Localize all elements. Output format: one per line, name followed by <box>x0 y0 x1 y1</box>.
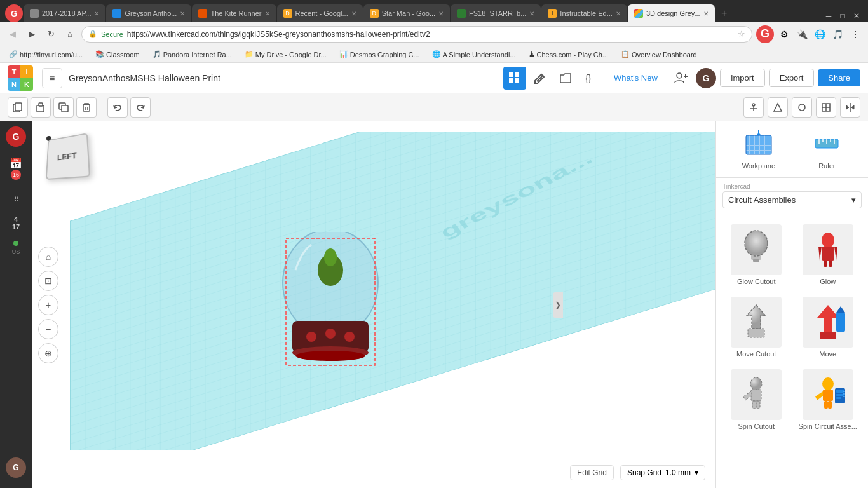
bookmark-classroom[interactable]: 📚 Classroom <box>93 49 142 60</box>
add-user-button[interactable] <box>669 67 692 90</box>
tab-2[interactable]: Greyson Antho... ✕ <box>106 4 191 22</box>
share-button[interactable]: Share <box>818 69 860 86</box>
tab-2-close[interactable]: ✕ <box>180 10 185 17</box>
gmail-icon[interactable]: G <box>6 126 26 147</box>
tab-5[interactable]: D Star Man - Goo... ✕ <box>363 4 450 22</box>
home-button[interactable]: ⌂ <box>62 27 78 42</box>
workplane-label: Workplane <box>742 162 775 170</box>
logo-cell-bl: N <box>8 78 20 91</box>
hamburger-menu-button[interactable]: ≡ <box>42 68 62 88</box>
extension-icon-1[interactable]: ⚙ <box>776 27 792 42</box>
bookmark-star-icon[interactable]: ☆ <box>738 29 745 39</box>
tab-4-close[interactable]: ✕ <box>351 10 356 17</box>
tab-7[interactable]: I Instructable Ed... ✕ <box>541 4 627 22</box>
zoom-out-button[interactable]: − <box>38 319 58 339</box>
bookmark-label-desmos: Desmos Graphing C... <box>350 51 419 58</box>
shape-label-glow: Glow <box>820 278 836 285</box>
shape-spin-circuit[interactable]: Spin Circuit Asse... <box>794 365 862 434</box>
bookmark-pandora[interactable]: 🎵 Pandora Internet Ra... <box>150 49 234 60</box>
category-dropdown: Tinkercad Circuit Assemblies ▾ <box>716 178 868 214</box>
refresh-button[interactable]: ↻ <box>43 27 58 42</box>
nav-cube[interactable]: LEFT <box>44 134 95 185</box>
code-button[interactable]: {} <box>580 67 602 90</box>
shape-move-cutout[interactable]: Move Cutout <box>722 293 790 362</box>
tab-6[interactable]: FS18_STARR_b... ✕ <box>451 4 541 22</box>
copy-button[interactable] <box>8 97 28 118</box>
address-bar[interactable]: 🔒 Secure https://www.tinkercad.com/thing… <box>81 26 752 43</box>
tab-3[interactable]: The Kite Runner ✕ <box>192 4 276 22</box>
workplane-tool[interactable]: Workplane <box>742 129 775 170</box>
import-button[interactable]: Import <box>720 69 765 87</box>
bookmark-simple[interactable]: 🌐 A Simple Understandi... <box>430 49 519 60</box>
ruler-tool[interactable]: Ruler <box>811 129 842 170</box>
dropdown-select-button[interactable]: Circuit Assemblies ▾ <box>722 191 862 208</box>
tab-1[interactable]: 2017-2018 AP... ✕ <box>24 4 105 22</box>
new-tab-button[interactable]: + <box>715 4 733 22</box>
delete-button[interactable] <box>76 97 97 118</box>
anchor-button[interactable] <box>743 97 764 118</box>
workplane-icon <box>743 129 774 159</box>
maximize-button[interactable]: □ <box>836 10 849 22</box>
svg-rect-9 <box>15 103 22 111</box>
shapes-grid: Glow Cutout <box>716 214 868 440</box>
logo-cell-tl: T <box>8 65 20 78</box>
grid-button[interactable] <box>816 97 836 118</box>
shape-glow-cutout[interactable]: Glow Cutout <box>722 220 790 289</box>
profile-icon[interactable]: G <box>756 25 774 43</box>
home-view-button[interactable]: ⌂ <box>38 247 58 267</box>
duplicate-button[interactable] <box>53 97 74 118</box>
bookmark-chess[interactable]: ♟ Chess.com - Play Ch... <box>526 49 611 60</box>
sidebar-avatar[interactable]: G <box>6 458 26 478</box>
shape-spin-cutout[interactable]: Spin Cutout <box>722 365 790 434</box>
toolbar-separator-1 <box>102 100 102 115</box>
close-button[interactable]: ✕ <box>850 10 863 22</box>
export-button[interactable]: Export <box>769 69 815 87</box>
extension-icon-4[interactable]: 🎵 <box>830 27 845 42</box>
tab-5-close[interactable]: ✕ <box>438 10 444 17</box>
whats-new-button[interactable]: What's New <box>609 73 663 83</box>
bookmark-gdrive[interactable]: 📁 My Drive - Google Dr... <box>242 49 329 60</box>
bookmark-desmos[interactable]: 📊 Desmos Graphing C... <box>337 49 422 60</box>
edit-grid-button[interactable]: Edit Grid <box>570 465 614 480</box>
bookmark-overview[interactable]: 📋 Overview Dashboard <box>618 49 700 60</box>
user-avatar[interactable]: G <box>696 68 716 88</box>
redo-button[interactable] <box>130 97 151 118</box>
bookmark-tinyurl[interactable]: 🔗 http://tinyurl.com/u... <box>6 49 85 60</box>
paste-button[interactable] <box>31 97 51 118</box>
shape-button[interactable] <box>768 97 788 118</box>
bookmark-label-gdrive: My Drive - Google Dr... <box>255 51 327 58</box>
panel-collapse-arrow[interactable]: ❯ <box>553 292 563 318</box>
perspective-button[interactable]: ⊕ <box>38 343 58 363</box>
bookmark-label-classroom: Classroom <box>106 51 140 58</box>
back-button[interactable]: ◀ <box>5 27 20 42</box>
tab-8-close[interactable]: ✕ <box>703 10 709 17</box>
minimize-button[interactable]: ─ <box>822 10 835 22</box>
folder-button[interactable] <box>554 67 577 90</box>
tinkercad-logo[interactable]: T I N K <box>8 65 33 91</box>
tab-7-close[interactable]: ✕ <box>616 10 621 17</box>
svg-rect-78 <box>843 391 845 392</box>
mirror-button[interactable] <box>840 97 860 118</box>
snap-grid-chevron-icon[interactable]: ▾ <box>695 468 698 477</box>
viewport[interactable]: greysona... <box>32 121 715 488</box>
google-apps-icon[interactable]: ⠿ <box>4 187 27 210</box>
menu-button[interactable]: ⋮ <box>848 27 863 42</box>
tab-3-close[interactable]: ✕ <box>265 10 270 17</box>
fit-view-button[interactable]: ⊡ <box>38 271 58 291</box>
tab-6-close[interactable]: ✕ <box>529 10 534 17</box>
extension-icon-3[interactable]: 🌐 <box>812 27 827 42</box>
tab-1-close[interactable]: ✕ <box>94 10 99 17</box>
shape-glow[interactable]: Glow <box>794 220 862 289</box>
tab-8[interactable]: 3D design Grey... ✕ <box>628 4 715 22</box>
bookmark-favicon-chess: ♟ <box>529 50 535 58</box>
grid-view-button[interactable] <box>503 67 526 90</box>
undo-button[interactable] <box>107 97 128 118</box>
circle-button[interactable] <box>792 97 812 118</box>
extension-icon-2[interactable]: 🔌 <box>794 27 810 42</box>
tab-4[interactable]: D Recent - Googl... ✕ <box>277 4 363 22</box>
zoom-in-button[interactable]: + <box>38 295 58 315</box>
tab-6-label: FS18_STARR_b... <box>469 10 526 17</box>
build-button[interactable] <box>529 67 552 90</box>
forward-button[interactable]: ▶ <box>24 27 39 42</box>
shape-move[interactable]: Move <box>794 293 862 362</box>
